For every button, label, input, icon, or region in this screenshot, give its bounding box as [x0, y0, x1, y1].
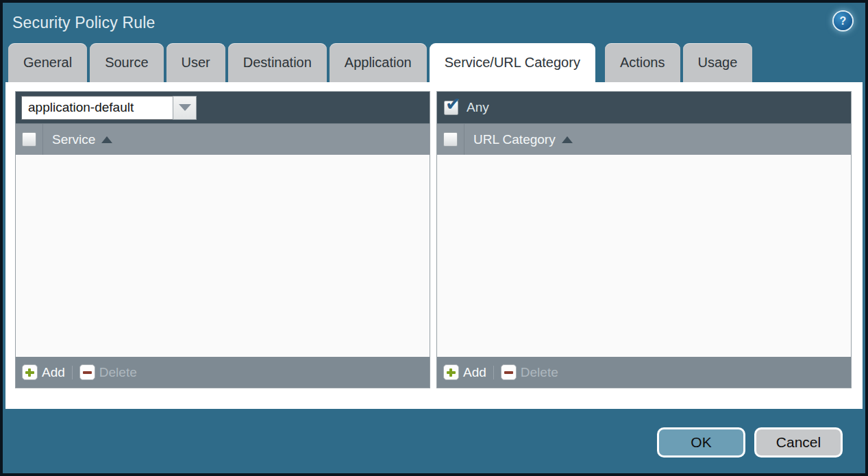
- add-button-label: Add: [42, 365, 65, 380]
- url-category-panel: ✔ Any URL Category Add D: [436, 91, 852, 388]
- url-category-panel-toolbar: ✔ Any: [437, 92, 851, 123]
- url-category-add-button[interactable]: Add: [443, 364, 486, 380]
- service-panel-footer: Add Delete: [16, 357, 430, 388]
- help-icon-glyph: ?: [840, 15, 847, 27]
- service-type-dropdown-button[interactable]: [173, 96, 197, 120]
- checkmark-icon: ✔: [445, 93, 461, 115]
- url-category-delete-button[interactable]: Delete: [501, 364, 558, 380]
- sort-ascending-icon: [101, 136, 112, 143]
- url-category-select-all-checkbox[interactable]: [443, 132, 458, 147]
- delete-button-label: Delete: [521, 365, 558, 380]
- delete-icon: [501, 364, 517, 380]
- any-checkbox-label: Any: [467, 100, 489, 115]
- add-icon: [443, 364, 459, 380]
- cancel-button[interactable]: Cancel: [754, 427, 843, 458]
- url-category-column-header[interactable]: URL Category: [473, 132, 556, 147]
- help-icon[interactable]: ?: [834, 12, 852, 30]
- ok-button[interactable]: OK: [657, 427, 745, 458]
- tab-general[interactable]: General: [8, 43, 87, 82]
- url-category-header-checkbox-cell: [437, 124, 464, 155]
- tab-application[interactable]: Application: [330, 43, 427, 82]
- service-type-input[interactable]: [21, 96, 173, 120]
- service-select-all-checkbox[interactable]: [22, 132, 36, 147]
- service-delete-button[interactable]: Delete: [79, 364, 137, 380]
- add-button-label: Add: [463, 365, 486, 380]
- service-add-button[interactable]: Add: [22, 364, 65, 380]
- service-list-area: [16, 155, 430, 357]
- tab-content: Service Add Delete ✔: [5, 82, 863, 409]
- footer-divider: [72, 366, 73, 379]
- tab-actions[interactable]: Actions: [605, 43, 680, 82]
- security-policy-rule-dialog: Security Policy Rule ? General Source Us…: [3, 3, 865, 473]
- chevron-down-icon: [179, 104, 191, 111]
- dialog-title: Security Policy Rule: [3, 14, 156, 32]
- service-type-combobox: [21, 96, 197, 120]
- footer-divider: [493, 366, 494, 379]
- any-checkbox[interactable]: ✔: [444, 101, 458, 115]
- add-icon: [22, 364, 38, 380]
- titlebar: Security Policy Rule ?: [3, 3, 865, 43]
- delete-button-label: Delete: [99, 365, 137, 380]
- url-category-panel-footer: Add Delete: [437, 357, 851, 388]
- service-panel: Service Add Delete: [15, 91, 430, 388]
- sort-ascending-icon: [562, 136, 573, 143]
- url-category-list-area: [437, 155, 851, 357]
- tab-destination[interactable]: Destination: [228, 43, 327, 82]
- delete-icon: [79, 364, 95, 380]
- url-category-table-header: URL Category: [437, 123, 851, 155]
- tab-user[interactable]: User: [166, 43, 225, 82]
- service-column-header[interactable]: Service: [52, 132, 95, 147]
- tab-source[interactable]: Source: [90, 43, 163, 82]
- tab-usage[interactable]: Usage: [683, 43, 753, 82]
- service-header-checkbox-cell: [16, 124, 43, 155]
- service-panel-toolbar: [16, 92, 430, 123]
- tab-service-url-category[interactable]: Service/URL Category: [430, 43, 595, 82]
- service-table-header: Service: [16, 123, 430, 155]
- tab-strip: General Source User Destination Applicat…: [3, 43, 865, 82]
